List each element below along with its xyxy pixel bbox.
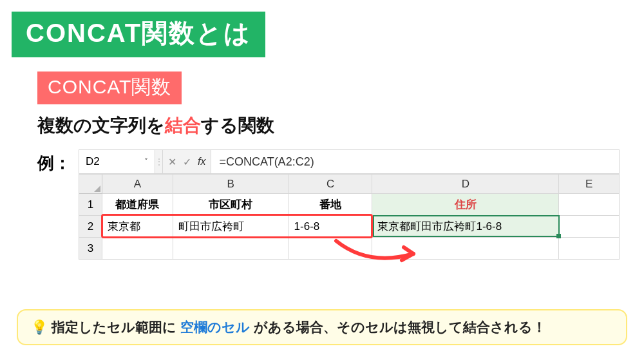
subtitle-badge: CONCAT関数 — [37, 71, 182, 104]
example-label: 例： — [37, 149, 71, 175]
tip-callout: 💡 指定したセル範囲に空欄のセルがある場合、そのセルは無視して結合される！ — [17, 309, 627, 345]
col-header-D[interactable]: D — [372, 175, 559, 194]
cell-C3[interactable] — [289, 238, 373, 260]
cell-D3[interactable] — [372, 238, 559, 260]
row-header-1[interactable]: 1 — [79, 194, 102, 216]
cell-C1[interactable]: 番地 — [289, 194, 373, 216]
name-box[interactable]: D2 ˅ — [79, 150, 155, 173]
tip-highlight: 空欄のセル — [180, 318, 250, 336]
cell-A3[interactable] — [102, 238, 173, 260]
row-header-2[interactable]: 2 — [79, 216, 102, 238]
cell-D2[interactable]: 東京都町田市広袴町1-6-8 — [372, 216, 559, 238]
check-icon[interactable]: ✓ — [183, 156, 191, 168]
tip-text-1: 指定したセル範囲に — [52, 318, 176, 336]
col-header-B[interactable]: B — [173, 175, 289, 194]
name-box-value: D2 — [86, 155, 100, 168]
description-part1: 複数の文字列を — [37, 115, 165, 135]
select-all-corner[interactable] — [79, 175, 102, 194]
col-header-A[interactable]: A — [102, 175, 173, 194]
description-part2: する関数 — [201, 115, 274, 135]
cell-B3[interactable] — [173, 238, 289, 260]
cell-A1[interactable]: 都道府県 — [102, 194, 173, 216]
cell-E2[interactable] — [559, 216, 620, 238]
fx-controls: ✕ ✓ fx — [163, 150, 211, 173]
description: 複数の文字列を結合する関数 — [37, 113, 632, 138]
cell-E1[interactable] — [559, 194, 620, 216]
formula-bar: D2 ˅ ⋮ ✕ ✓ fx =CONCAT(A2:C2) — [79, 149, 620, 174]
cell-B2[interactable]: 町田市広袴町 — [173, 216, 289, 238]
chevron-down-icon: ˅ — [144, 157, 148, 166]
excel-screenshot: D2 ˅ ⋮ ✕ ✓ fx =CONCAT(A2:C2) A B C D E — [79, 149, 620, 260]
cell-A2[interactable]: 東京都 — [102, 216, 173, 238]
tip-text-2: がある場合、そのセルは無視して結合される！ — [254, 318, 546, 336]
col-header-E[interactable]: E — [559, 175, 620, 194]
cell-E3[interactable] — [559, 238, 620, 260]
description-highlight: 結合 — [165, 115, 201, 135]
cancel-icon[interactable]: ✕ — [168, 156, 176, 168]
divider-icon: ⋮ — [155, 150, 163, 173]
row-header-3[interactable]: 3 — [79, 238, 102, 260]
bulb-icon: 💡 — [31, 319, 48, 335]
cell-B1[interactable]: 市区町村 — [173, 194, 289, 216]
spreadsheet-grid: A B C D E 1 都道府県 市区町村 番地 住所 2 東京都 町田市広袴町… — [79, 174, 620, 260]
formula-input[interactable]: =CONCAT(A2:C2) — [211, 150, 619, 173]
page-title: CONCAT関数とは — [12, 12, 265, 57]
col-header-C[interactable]: C — [289, 175, 373, 194]
fx-icon[interactable]: fx — [198, 156, 205, 167]
cell-D1[interactable]: 住所 — [372, 194, 559, 216]
cell-C2[interactable]: 1-6-8 — [289, 216, 373, 238]
